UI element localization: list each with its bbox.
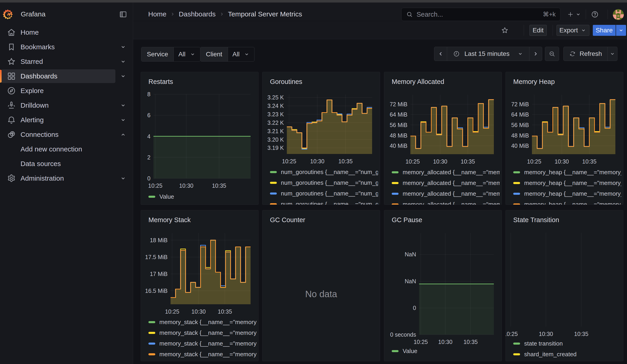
series-fill-area — [154, 136, 251, 179]
chart-plot[interactable]: NaNNaN00 seconds10:2510:3010:35 — [384, 210, 502, 361]
chevron-down-icon — [517, 51, 523, 57]
sidebar-item-administration[interactable]: Administration — [0, 171, 133, 186]
share-button[interactable]: Share — [593, 25, 616, 36]
zoom-out-button[interactable] — [545, 47, 559, 61]
drilldown-icon — [7, 101, 16, 110]
chevron-down-icon[interactable] — [120, 44, 126, 50]
sidebar-item-explore[interactable]: Explore — [0, 84, 133, 98]
y-axis-tick-label: 16.5 MiB — [145, 288, 168, 294]
sidebar-item-drilldown[interactable]: Drilldown — [0, 98, 133, 113]
sidebar-item-home[interactable]: Home — [0, 25, 133, 40]
grafana-logo-icon[interactable] — [2, 9, 13, 20]
chevron-down-icon[interactable] — [120, 58, 126, 65]
time-shift-forward-button[interactable] — [529, 47, 542, 61]
variable-value-dropdown[interactable]: All — [228, 47, 254, 61]
panel-left-icon — [119, 10, 127, 18]
legend-item[interactable]: num_goroutines {__name__="num_goroutines… — [270, 167, 378, 177]
sidebar-item-bookmarks[interactable]: Bookmarks — [0, 40, 133, 54]
panel-title[interactable]: GC Counter — [270, 216, 305, 224]
legend-item[interactable]: Value — [149, 191, 257, 202]
refresh-button[interactable]: Refresh — [564, 47, 607, 61]
edit-button[interactable]: Edit — [529, 25, 547, 36]
legend-item[interactable]: memory_allocated {__name__="memory_alloc… — [392, 199, 500, 205]
legend-item[interactable]: num_goroutines {__name__="num_goroutines… — [270, 199, 378, 205]
sidebar-item-add-new-connection[interactable]: Add new connection — [0, 142, 133, 156]
legend-series-color — [149, 343, 155, 345]
time-range-controls: Last 15 minutes — [434, 47, 542, 61]
y-axis-tick-label: 3.21 K — [267, 128, 284, 134]
legend-series-label: memory_stack {__name__="memory_stack"} — [159, 319, 257, 326]
legend-item[interactable]: shard_item_created — [513, 349, 621, 360]
app-title: Grafana — [21, 5, 45, 23]
legend-series-label: num_goroutines {__name__="num_goroutines… — [281, 168, 378, 176]
chart-plot[interactable]: 8642010:2510:3010:35 — [141, 72, 259, 205]
share-dropdown-button[interactable] — [616, 25, 626, 36]
bell-icon — [7, 115, 16, 124]
legend-item[interactable]: Value — [392, 346, 500, 357]
variable-value-dropdown[interactable]: All — [174, 47, 200, 61]
legend-item[interactable]: memory_heap {__name__="memory_heap"} — [513, 178, 621, 188]
y-axis-tick-label: 17.5 MiB — [145, 254, 168, 260]
refresh-interval-dropdown[interactable] — [608, 47, 617, 61]
sidebar-item-dashboards[interactable]: Dashboards — [0, 69, 133, 84]
y-axis-tick-label: 3.23 K — [267, 111, 284, 117]
panel-memory-allocated: Memory Allocated72 MiB64 MiB56 MiB48 MiB… — [384, 72, 502, 205]
legend-item[interactable]: memory_allocated {__name__="memory_alloc… — [392, 178, 500, 188]
active-accent-bar — [0, 70, 1, 83]
chevron-down-icon[interactable] — [120, 73, 126, 79]
sidebar-item-label: Dashboards — [20, 69, 57, 84]
search-icon — [406, 11, 413, 18]
favorite-star-button[interactable] — [501, 26, 509, 34]
sidebar-item-label: Data sources — [20, 156, 61, 171]
breadcrumb-item[interactable]: Home — [148, 10, 166, 18]
export-button[interactable]: Export — [557, 25, 589, 36]
time-shift-back-button[interactable] — [434, 47, 447, 61]
sidebar-item-starred[interactable]: Starred — [0, 54, 133, 69]
breadcrumb-item[interactable]: Dashboards — [179, 10, 216, 18]
y-axis-tick-label: 64 MiB — [390, 111, 408, 118]
chevron-down-icon[interactable] — [120, 102, 126, 108]
breadcrumb-item: Temporal Server Metrics — [228, 10, 302, 18]
sidebar-collapse-button[interactable] — [118, 9, 128, 19]
y-axis-tick-label: 72 MiB — [511, 101, 529, 107]
user-avatar[interactable] — [613, 9, 624, 20]
chevron-down-icon[interactable] — [120, 117, 126, 123]
search-input[interactable]: Search... ⌘+k — [401, 8, 560, 21]
legend-item[interactable]: state transition — [513, 338, 621, 349]
sidebar-item-label: Add new connection — [20, 142, 82, 156]
legend-item[interactable]: num_goroutines {__name__="num_goroutines… — [270, 177, 378, 188]
legend-series-label: Value — [159, 193, 174, 200]
legend-item[interactable]: memory_stack {__name__="memory_stack"} — [149, 338, 257, 349]
legend-series-color — [270, 203, 277, 205]
chevron-down-icon — [618, 27, 624, 33]
legend-item[interactable]: memory_stack {__name__="memory_stack"} — [149, 327, 257, 338]
sidebar-item-connections[interactable]: Connections — [0, 127, 133, 142]
home-icon — [7, 28, 16, 37]
chevron-up-icon[interactable] — [120, 131, 126, 138]
y-axis-tick-label: 3.20 K — [267, 136, 284, 143]
sidebar: Grafana HomeBookmarksStarredDashboardsEx… — [0, 2, 133, 364]
help-button[interactable] — [591, 10, 599, 19]
legend-item[interactable]: memory_heap {__name__="memory_heap"} — [513, 188, 621, 199]
sidebar-item-alerting[interactable]: Alerting — [0, 113, 133, 127]
chevron-down-icon[interactable] — [120, 175, 126, 182]
legend-item[interactable]: memory_stack {__name__="memory_stack"} — [149, 349, 257, 360]
refresh-label: Refresh — [579, 50, 602, 57]
legend-item[interactable]: memory_heap {__name__="memory_heap"} — [513, 167, 621, 178]
legend-series-color — [513, 171, 520, 173]
x-axis-tick-label: 10:25 — [165, 308, 179, 315]
add-new-button[interactable] — [565, 9, 583, 19]
sidebar-item-label: Bookmarks — [20, 40, 55, 54]
legend-item[interactable]: num_goroutines {__name__="num_goroutines… — [270, 188, 378, 199]
time-range-picker[interactable]: Last 15 minutes — [447, 47, 529, 61]
panel-legend: memory_heap {__name__="memory_heap"}memo… — [513, 167, 621, 205]
y-axis-tick-label: 3.19 K — [267, 145, 284, 151]
bookmark-icon — [7, 42, 16, 52]
legend-item[interactable]: memory_allocated {__name__="memory_alloc… — [392, 167, 500, 178]
sidebar-item-data-sources[interactable]: Data sources — [0, 156, 133, 171]
legend-item[interactable]: memory_heap {__name__="memory_heap"} — [513, 199, 621, 205]
search-shortcut: ⌘+k — [543, 11, 556, 18]
sidebar-item-label: Explore — [20, 84, 44, 98]
legend-item[interactable]: memory_stack {__name__="memory_stack"} — [149, 317, 257, 327]
legend-item[interactable]: memory_allocated {__name__="memory_alloc… — [392, 188, 500, 199]
